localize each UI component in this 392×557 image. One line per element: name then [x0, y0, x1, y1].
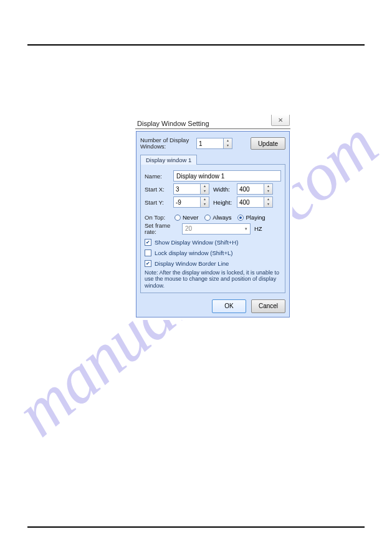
- radio-always-label: Always: [213, 214, 231, 221]
- chevron-up-icon: ▴: [264, 184, 272, 189]
- tab-pane: Name: Start X: ▴▾ Width: ▴▾ Start Y:: [140, 164, 285, 293]
- radio-playing[interactable]: Playing: [237, 214, 265, 221]
- chk-border-row: ✔ Display Window Border Line: [145, 260, 281, 267]
- tabstrip: Display window 1: [140, 155, 285, 165]
- width-spinner[interactable]: ▴▾: [237, 183, 273, 195]
- startx-input[interactable]: [173, 183, 201, 195]
- spinner-arrows[interactable]: ▴▾: [264, 183, 273, 195]
- tab-display-window-1[interactable]: Display window 1: [140, 155, 197, 165]
- spinner-arrows[interactable]: ▴▾: [201, 196, 209, 208]
- num-windows-spinner[interactable]: ▴▾: [196, 138, 232, 149]
- height-input[interactable]: [237, 196, 264, 208]
- ontop-row: On Top: Never Always Playing: [145, 214, 281, 221]
- button-bar: OK Cancel: [140, 299, 285, 313]
- chk-show-label: Show Display Window (Shift+H): [155, 239, 238, 246]
- starty-spinner[interactable]: ▴▾: [173, 196, 209, 208]
- spinner-arrows[interactable]: ▴▾: [201, 183, 209, 195]
- startx-width-row: Start X: ▴▾ Width: ▴▾: [145, 183, 281, 195]
- radio-always[interactable]: Always: [204, 214, 231, 221]
- framerate-row: Set frame rate: 20 ▾ HZ: [145, 223, 281, 235]
- name-input[interactable]: [173, 170, 281, 182]
- bottom-rule: [27, 526, 365, 528]
- name-row: Name:: [145, 170, 281, 182]
- starty-label: Start Y:: [145, 199, 173, 206]
- spinner-arrows[interactable]: ▴▾: [264, 196, 273, 208]
- update-button[interactable]: Update: [251, 137, 285, 150]
- starty-input[interactable]: [173, 196, 201, 208]
- dialog-title: Display Window Setting: [137, 120, 209, 128]
- title-underline: [135, 128, 290, 129]
- close-icon: ✕: [278, 117, 283, 124]
- framerate-combo[interactable]: 20 ▾: [182, 223, 251, 235]
- chevron-up-icon: ▴: [264, 197, 272, 202]
- spinner-arrows[interactable]: ▴▾: [224, 138, 232, 149]
- titlebar: Display Window Setting ✕: [133, 112, 292, 128]
- chevron-down-icon: ▾: [224, 143, 232, 148]
- chevron-up-icon: ▴: [201, 184, 209, 189]
- radio-never[interactable]: Never: [174, 214, 198, 221]
- width-label: Width:: [213, 186, 237, 193]
- radio-never-label: Never: [183, 214, 198, 221]
- radio-icon: [237, 215, 244, 221]
- chevron-down-icon: ▾: [264, 189, 272, 194]
- framerate-value: 20: [185, 225, 192, 232]
- width-input[interactable]: [237, 183, 264, 195]
- starty-height-row: Start Y: ▴▾ Height: ▴▾: [145, 196, 281, 208]
- chk-lock-label: Lock display window (Shift+L): [155, 249, 232, 256]
- radio-playing-label: Playing: [246, 214, 265, 221]
- height-spinner[interactable]: ▴▾: [237, 196, 273, 208]
- top-rule: [27, 44, 365, 46]
- cancel-button[interactable]: Cancel: [251, 299, 285, 313]
- close-button[interactable]: ✕: [271, 115, 290, 126]
- num-windows-input[interactable]: [196, 138, 224, 149]
- checkbox-lock[interactable]: [145, 249, 151, 256]
- chk-lock-row: Lock display window (Shift+L): [145, 249, 281, 256]
- hz-label: HZ: [254, 225, 262, 232]
- name-label: Name:: [145, 173, 173, 180]
- radio-icon: [204, 215, 211, 221]
- framerate-label: Set frame rate:: [145, 223, 182, 235]
- chevron-down-icon: ▾: [264, 202, 272, 207]
- display-window-setting-dialog: Display Window Setting ✕ Number of Displ…: [133, 112, 292, 320]
- chevron-down-icon: ▾: [245, 226, 247, 231]
- startx-label: Start X:: [145, 186, 173, 193]
- chevron-up-icon: ▴: [224, 138, 232, 143]
- lock-note: Note: After the display window is locked…: [145, 269, 281, 289]
- chevron-down-icon: ▾: [201, 189, 209, 194]
- chevron-up-icon: ▴: [201, 197, 209, 202]
- chk-border-label: Display Window Border Line: [155, 260, 229, 267]
- checkbox-border[interactable]: ✔: [145, 260, 151, 267]
- num-windows-label: Number of Display Windows:: [140, 137, 196, 150]
- height-label: Height:: [213, 199, 237, 206]
- num-windows-row: Number of Display Windows: ▴▾ Update: [140, 137, 285, 150]
- dialog-panel: Number of Display Windows: ▴▾ Update Dis…: [136, 131, 290, 317]
- checkbox-show[interactable]: ✔: [145, 239, 151, 246]
- startx-spinner[interactable]: ▴▾: [173, 183, 209, 195]
- radio-icon: [174, 215, 181, 221]
- chk-show-row: ✔ Show Display Window (Shift+H): [145, 239, 281, 246]
- chevron-down-icon: ▾: [201, 202, 209, 207]
- ok-button[interactable]: OK: [212, 299, 246, 313]
- ontop-label: On Top:: [145, 214, 174, 221]
